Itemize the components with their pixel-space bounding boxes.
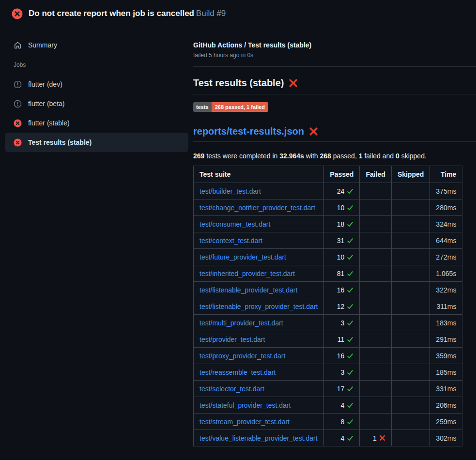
suite-cell: test/consumer_test.dart [194,216,324,232]
test-suite-link[interactable]: test/inherited_provider_test.dart [200,270,295,277]
suite-cell: test/change_notifier_provider_test.dart [194,199,324,216]
test-suite-link[interactable]: test/consumer_test.dart [200,220,270,228]
divider [193,141,476,142]
skipped-cell [391,364,430,381]
results-table-body: test/builder_test.dart24375mstest/change… [194,183,462,446]
test-suite-link[interactable]: test/change_notifier_provider_test.dart [200,204,315,212]
sidebar-item-job-1[interactable]: flutter (beta) [5,94,188,113]
suite-cell: test/reassemble_test.dart [194,364,324,381]
summary-segment: failed and [363,152,396,160]
summary-segment: 32.964s [279,152,304,160]
time-cell: 359ms [430,348,462,364]
failed-cell [360,364,391,381]
count-value: 4 [341,401,345,409]
test-suite-link[interactable]: test/selector_test.dart [200,385,264,393]
cross-mark-icon [309,127,318,136]
column-header-failed: Failed [360,166,391,183]
table-row: test/change_notifier_provider_test.dart1… [194,199,462,216]
count-value: 11 [338,336,345,343]
count-value: 18 [337,220,345,228]
test-suite-link[interactable]: test/proxy_provider_test.dart [200,352,285,360]
badge-value: 268 passed, 1 failed [212,102,268,112]
count-value: 16 [337,286,345,294]
report-file-link[interactable]: reports/test-results.json [193,126,304,137]
check-icon [347,353,353,359]
time-cell: 206ms [430,397,462,414]
count-value: 10 [337,253,345,261]
table-header-row: Test suite Passed Failed Skipped Time [194,166,462,183]
failed-cell [360,249,391,265]
suite-cell: test/stateful_provider_test.dart [194,397,324,414]
suite-cell: test/value_listenable_provider_test.dart [194,430,324,446]
time-cell: 375ms [430,183,462,199]
passed-cell: 81 [324,265,360,282]
sidebar-item-job-3[interactable]: Test results (stable) [5,133,188,152]
failed-cell [360,232,391,249]
passed-cell: 3 [324,364,360,381]
failed-cell [360,298,391,315]
test-suite-link[interactable]: test/future_provider_test.dart [200,253,286,261]
suite-cell: test/provider_test.dart [194,331,324,348]
suite-cell: test/selector_test.dart [194,381,324,397]
x-circle-icon [12,8,23,19]
table-row: test/stateful_provider_test.dart4206ms [194,397,462,414]
sidebar-item-job-0[interactable]: flutter (dev) [5,75,188,94]
test-suite-link[interactable]: test/value_listenable_provider_test.dart [200,434,318,442]
check-icon [347,287,353,293]
table-row: test/consumer_test.dart18324ms [194,216,462,232]
count-value: 12 [337,303,345,310]
test-suite-link[interactable]: test/stateful_provider_test.dart [200,401,291,409]
failed-cell [360,348,391,364]
sidebar-item-job-2[interactable]: flutter (stable) [5,113,188,133]
time-cell: 272ms [430,249,462,265]
failed-cell [360,265,391,282]
skipped-cell [391,249,430,265]
test-suite-link[interactable]: test/builder_test.dart [200,187,261,195]
passed-cell: 4 [324,397,360,414]
x-circle-icon [14,138,22,147]
table-row: test/listenable_provider_test.dart16322m… [194,282,462,298]
count-value: 3 [341,368,345,376]
test-suite-link[interactable]: test/multi_provider_test.dart [200,319,283,327]
suite-cell: test/stream_provider_test.dart [194,414,324,430]
failed-cell [360,331,391,348]
summary-segment: 268 [320,152,331,160]
count-value: 4 [341,434,345,442]
check-icon [347,435,353,442]
test-suite-link[interactable]: test/provider_test.dart [200,336,265,343]
check-icon [347,303,353,310]
home-icon [14,41,22,49]
badge-label: tests [193,102,212,112]
passed-cell: 10 [324,249,360,265]
passed-cell: 16 [324,348,360,364]
check-icon [347,369,353,376]
suite-cell: test/builder_test.dart [194,183,324,199]
passed-cell: 24 [324,183,360,199]
table-row: test/stream_provider_test.dart8259ms [194,414,462,430]
skipped-cell [391,232,430,249]
sidebar-item-summary[interactable]: Summary [5,35,188,55]
test-suite-link[interactable]: test/context_test.dart [200,237,262,245]
time-cell: 302ms [430,430,462,446]
test-suite-link[interactable]: test/listenable_proxy_provider_test.dart [200,303,318,310]
passed-cell: 12 [324,298,360,315]
test-results-table: Test suite Passed Failed Skipped Time te… [193,166,462,446]
failed-cell [360,315,391,331]
time-cell: 280ms [430,199,462,216]
skipped-cell [391,199,430,216]
count-value: 8 [341,418,345,426]
report-heading: reports/test-results.json [193,126,476,137]
skipped-cell [391,430,430,446]
test-suite-link[interactable]: test/reassemble_test.dart [200,368,276,376]
tests-summary-text: 269 tests were completed in 32.964s with… [193,152,476,160]
sidebar-item-label: Summary [28,41,57,49]
table-row: test/proxy_provider_test.dart16359ms [194,348,462,364]
failed-cell [360,216,391,232]
sidebar-item-label: Test results (stable) [28,138,92,146]
summary-segment: 269 [193,152,204,160]
test-suite-link[interactable]: test/listenable_provider_test.dart [200,286,297,294]
test-suite-link[interactable]: test/stream_provider_test.dart [200,418,290,426]
passed-cell: 31 [324,232,360,249]
column-header-time: Time [430,166,462,183]
divider [193,66,476,67]
